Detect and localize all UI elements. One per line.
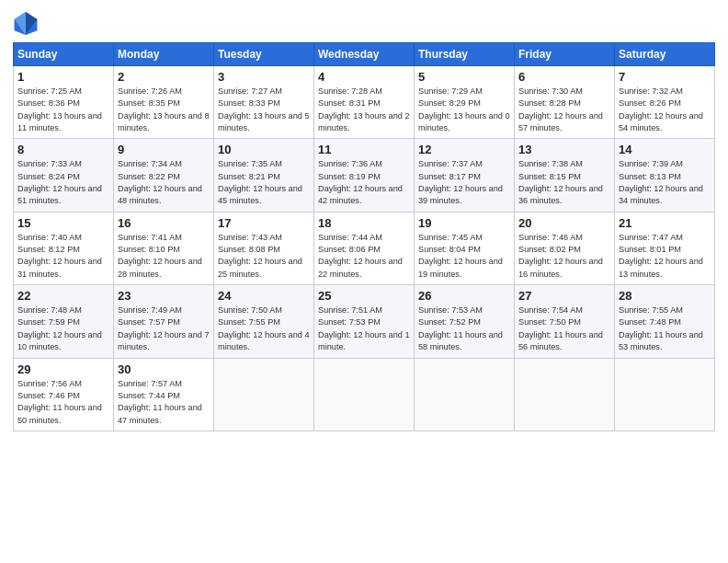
cell-info: Sunrise: 7:32 AMSunset: 8:26 PMDaylight:…: [619, 86, 703, 132]
cell-info: Sunrise: 7:50 AMSunset: 7:55 PMDaylight:…: [218, 305, 310, 351]
calendar-table: SundayMondayTuesdayWednesdayThursdayFrid…: [13, 42, 715, 431]
day-cell-16: 16Sunrise: 7:41 AMSunset: 8:10 PMDayligh…: [114, 212, 214, 284]
header: [13, 9, 715, 35]
day-number: 14: [619, 143, 711, 156]
day-cell-2: 2Sunrise: 7:26 AMSunset: 8:35 PMDaylight…: [114, 66, 214, 139]
day-cell-26: 26Sunrise: 7:53 AMSunset: 7:52 PMDayligh…: [415, 285, 515, 358]
page: SundayMondayTuesdayWednesdayThursdayFrid…: [0, 0, 728, 563]
day-number: 10: [218, 143, 310, 156]
day-number: 5: [418, 70, 510, 84]
week-row-2: 8Sunrise: 7:33 AMSunset: 8:24 PMDaylight…: [14, 139, 715, 212]
day-cell-11: 11Sunrise: 7:36 AMSunset: 8:19 PMDayligh…: [314, 139, 415, 212]
day-number: 21: [619, 216, 711, 230]
day-cell-15: 15Sunrise: 7:40 AMSunset: 8:12 PMDayligh…: [14, 212, 114, 284]
week-row-3: 15Sunrise: 7:40 AMSunset: 8:12 PMDayligh…: [14, 212, 715, 284]
day-cell-8: 8Sunrise: 7:33 AMSunset: 8:24 PMDaylight…: [14, 139, 114, 212]
day-number: 29: [17, 362, 109, 376]
day-cell-9: 9Sunrise: 7:34 AMSunset: 8:22 PMDaylight…: [114, 139, 214, 212]
cell-info: Sunrise: 7:34 AMSunset: 8:22 PMDaylight:…: [118, 159, 202, 205]
day-number: 9: [118, 143, 210, 156]
day-number: 12: [418, 143, 510, 156]
day-cell-3: 3Sunrise: 7:27 AMSunset: 8:33 PMDaylight…: [214, 66, 314, 139]
day-cell-6: 6Sunrise: 7:30 AMSunset: 8:28 PMDaylight…: [515, 66, 615, 139]
day-cell-19: 19Sunrise: 7:45 AMSunset: 8:04 PMDayligh…: [415, 212, 515, 284]
day-number: 16: [118, 216, 210, 230]
cell-info: Sunrise: 7:27 AMSunset: 8:33 PMDaylight:…: [218, 86, 310, 132]
cell-info: Sunrise: 7:40 AMSunset: 8:12 PMDaylight:…: [17, 233, 102, 279]
day-cell-10: 10Sunrise: 7:35 AMSunset: 8:21 PMDayligh…: [214, 139, 314, 212]
cell-info: Sunrise: 7:44 AMSunset: 8:06 PMDaylight:…: [318, 233, 403, 279]
day-cell-25: 25Sunrise: 7:51 AMSunset: 7:53 PMDayligh…: [314, 285, 415, 358]
day-number: 2: [118, 70, 210, 84]
day-number: 8: [17, 143, 109, 156]
week-row-1: 1Sunrise: 7:25 AMSunset: 8:36 PMDaylight…: [14, 66, 715, 139]
day-number: 24: [218, 289, 310, 303]
empty-cell: [314, 358, 415, 431]
day-cell-13: 13Sunrise: 7:38 AMSunset: 8:15 PMDayligh…: [515, 139, 615, 212]
header-row: SundayMondayTuesdayWednesdayThursdayFrid…: [14, 43, 715, 66]
day-number: 15: [17, 216, 109, 230]
cell-info: Sunrise: 7:39 AMSunset: 8:13 PMDaylight:…: [619, 159, 703, 205]
cell-info: Sunrise: 7:51 AMSunset: 7:53 PMDaylight:…: [318, 305, 410, 351]
day-number: 4: [318, 70, 410, 84]
day-cell-17: 17Sunrise: 7:43 AMSunset: 8:08 PMDayligh…: [214, 212, 314, 284]
day-cell-4: 4Sunrise: 7:28 AMSunset: 8:31 PMDaylight…: [314, 66, 415, 139]
cell-info: Sunrise: 7:28 AMSunset: 8:31 PMDaylight:…: [318, 86, 410, 132]
cell-info: Sunrise: 7:49 AMSunset: 7:57 PMDaylight:…: [118, 305, 210, 351]
day-number: 18: [318, 216, 410, 230]
empty-cell: [415, 358, 515, 431]
cell-info: Sunrise: 7:46 AMSunset: 8:02 PMDaylight:…: [518, 233, 603, 279]
day-cell-18: 18Sunrise: 7:44 AMSunset: 8:06 PMDayligh…: [314, 212, 415, 284]
cell-info: Sunrise: 7:33 AMSunset: 8:24 PMDaylight:…: [17, 159, 102, 205]
cell-info: Sunrise: 7:55 AMSunset: 7:48 PMDaylight:…: [619, 305, 703, 351]
day-number: 22: [17, 289, 109, 303]
day-cell-28: 28Sunrise: 7:55 AMSunset: 7:48 PMDayligh…: [615, 285, 715, 358]
day-number: 28: [619, 289, 711, 303]
col-header-saturday: Saturday: [615, 43, 715, 66]
day-number: 19: [418, 216, 510, 230]
empty-cell: [214, 358, 314, 431]
day-cell-29: 29Sunrise: 7:56 AMSunset: 7:46 PMDayligh…: [14, 358, 114, 431]
cell-info: Sunrise: 7:35 AMSunset: 8:21 PMDaylight:…: [218, 159, 302, 205]
logo: [13, 9, 42, 35]
day-number: 7: [619, 70, 711, 84]
day-cell-7: 7Sunrise: 7:32 AMSunset: 8:26 PMDaylight…: [615, 66, 715, 139]
day-number: 25: [318, 289, 410, 303]
day-cell-20: 20Sunrise: 7:46 AMSunset: 8:02 PMDayligh…: [515, 212, 615, 284]
cell-info: Sunrise: 7:41 AMSunset: 8:10 PMDaylight:…: [118, 233, 202, 279]
cell-info: Sunrise: 7:26 AMSunset: 8:35 PMDaylight:…: [118, 86, 210, 132]
cell-info: Sunrise: 7:25 AMSunset: 8:36 PMDaylight:…: [17, 86, 102, 132]
day-number: 26: [418, 289, 510, 303]
day-cell-5: 5Sunrise: 7:29 AMSunset: 8:29 PMDaylight…: [415, 66, 515, 139]
day-cell-23: 23Sunrise: 7:49 AMSunset: 7:57 PMDayligh…: [114, 285, 214, 358]
day-cell-14: 14Sunrise: 7:39 AMSunset: 8:13 PMDayligh…: [615, 139, 715, 212]
col-header-wednesday: Wednesday: [314, 43, 415, 66]
day-cell-27: 27Sunrise: 7:54 AMSunset: 7:50 PMDayligh…: [515, 285, 615, 358]
day-cell-1: 1Sunrise: 7:25 AMSunset: 8:36 PMDaylight…: [14, 66, 114, 139]
day-number: 3: [218, 70, 310, 84]
day-number: 20: [518, 216, 610, 230]
col-header-thursday: Thursday: [415, 43, 515, 66]
day-cell-30: 30Sunrise: 7:57 AMSunset: 7:44 PMDayligh…: [114, 358, 214, 431]
cell-info: Sunrise: 7:57 AMSunset: 7:44 PMDaylight:…: [118, 379, 202, 425]
day-number: 11: [318, 143, 410, 156]
day-number: 1: [17, 70, 109, 84]
day-cell-21: 21Sunrise: 7:47 AMSunset: 8:01 PMDayligh…: [615, 212, 715, 284]
cell-info: Sunrise: 7:29 AMSunset: 8:29 PMDaylight:…: [418, 86, 510, 132]
col-header-tuesday: Tuesday: [214, 43, 314, 66]
col-header-sunday: Sunday: [14, 43, 114, 66]
cell-info: Sunrise: 7:56 AMSunset: 7:46 PMDaylight:…: [17, 379, 102, 425]
day-number: 27: [518, 289, 610, 303]
cell-info: Sunrise: 7:53 AMSunset: 7:52 PMDaylight:…: [418, 305, 503, 351]
week-row-4: 22Sunrise: 7:48 AMSunset: 7:59 PMDayligh…: [14, 285, 715, 358]
cell-info: Sunrise: 7:54 AMSunset: 7:50 PMDaylight:…: [518, 305, 603, 351]
day-cell-12: 12Sunrise: 7:37 AMSunset: 8:17 PMDayligh…: [415, 139, 515, 212]
cell-info: Sunrise: 7:48 AMSunset: 7:59 PMDaylight:…: [17, 305, 102, 351]
cell-info: Sunrise: 7:30 AMSunset: 8:28 PMDaylight:…: [518, 86, 603, 132]
logo-icon: [13, 9, 39, 35]
empty-cell: [515, 358, 615, 431]
cell-info: Sunrise: 7:43 AMSunset: 8:08 PMDaylight:…: [218, 233, 302, 279]
day-number: 17: [218, 216, 310, 230]
cell-info: Sunrise: 7:45 AMSunset: 8:04 PMDaylight:…: [418, 233, 503, 279]
day-number: 13: [518, 143, 610, 156]
